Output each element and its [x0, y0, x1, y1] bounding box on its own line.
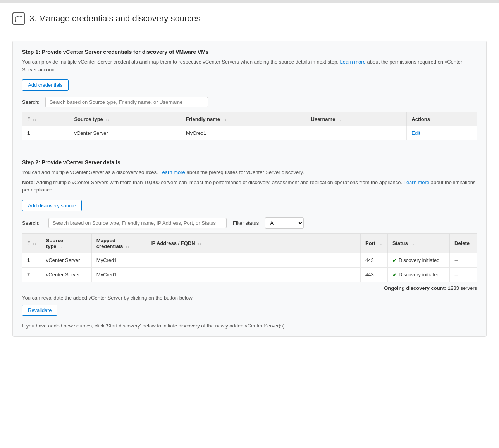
sort-icon: ↑↓: [33, 241, 36, 246]
revalidate-note: You can revalidate the added vCenter Ser…: [22, 295, 477, 301]
sort-icon: ↑↓: [338, 117, 342, 122]
check-icon: ✔: [392, 272, 397, 278]
step1-col-friendly: Friendly name ↑↓: [181, 112, 306, 126]
content-area: Step 1: Provide vCenter Server credentia…: [0, 31, 499, 346]
cell-ip-fqdn: [146, 267, 360, 282]
filter-status-select[interactable]: All: [265, 217, 304, 229]
cell-source-type: vCenter Server: [41, 267, 91, 282]
cell-ip-fqdn: [146, 253, 360, 267]
status-text: Discovery initiated: [399, 272, 440, 277]
step1-learn-more-link[interactable]: Learn more: [340, 59, 365, 65]
table-row: 1 vCenter Server MyCred1 Edit: [22, 126, 477, 140]
step2-col-source: Sourcetype ↑↓: [41, 233, 91, 253]
sort-icon: ↑↓: [378, 241, 382, 246]
cell-num: 1: [22, 253, 41, 267]
ongoing-discovery-label: Ongoing discovery count:: [384, 285, 446, 291]
step1-title: Step 1: Provide vCenter Server credentia…: [22, 49, 477, 55]
cell-port: 443: [361, 253, 388, 267]
step1-table-header-row: # ↑↓ Source type ↑↓ Friendly name ↑↓ Use…: [22, 112, 477, 126]
step2-col-status: Status ↑↓: [388, 233, 450, 253]
bottom-note: If you have added new sources, click 'St…: [22, 323, 477, 329]
step1-search-row: Search:: [22, 97, 477, 107]
step2-learn-more-link2[interactable]: Learn more: [404, 179, 429, 185]
shield-icon: [12, 12, 25, 25]
step1-col-actions: Actions: [407, 112, 477, 126]
add-discovery-source-button[interactable]: Add discovery source: [22, 200, 82, 211]
sort-icon: ↑↓: [410, 241, 414, 246]
revalidate-button[interactable]: Revalidate: [22, 305, 57, 316]
step1-table: # ↑↓ Source type ↑↓ Friendly name ↑↓ Use…: [22, 112, 477, 140]
step1-table-body: 1 vCenter Server MyCred1 Edit: [22, 126, 477, 140]
cell-delete: --: [450, 267, 477, 282]
cell-mapped-creds: MyCred1: [91, 267, 146, 282]
cell-mapped-creds: MyCred1: [91, 253, 146, 267]
step1-col-username: Username ↑↓: [306, 112, 407, 126]
status-text: Discovery initiated: [399, 257, 440, 263]
page-wrapper: 3. Manage credentials and discovery sour…: [0, 0, 499, 448]
cell-num: 2: [22, 267, 41, 282]
step2-title: Step 2: Provide vCenter Server details: [22, 159, 477, 165]
step2-filter-row: Search: Filter status All: [22, 217, 477, 229]
step2-col-delete: Delete: [450, 233, 477, 253]
cell-delete: --: [450, 253, 477, 267]
cell-status: ✔ Discovery initiated: [388, 267, 450, 282]
step1-search-label: Search:: [22, 99, 42, 105]
sort-icon: ↑↓: [59, 245, 63, 249]
sort-icon: ↑↓: [126, 245, 129, 249]
cell-status: ✔ Discovery initiated: [388, 253, 450, 267]
cell-source-type: vCenter Server: [69, 126, 181, 140]
cell-username: [306, 126, 407, 140]
filter-status-label: Filter status: [233, 220, 259, 226]
page-header: 3. Manage credentials and discovery sour…: [0, 3, 499, 31]
sort-icon: ↑↓: [223, 117, 227, 122]
sort-icon: ↑↓: [198, 241, 201, 246]
cell-port: 443: [361, 267, 388, 282]
step1-search-input[interactable]: [45, 97, 208, 107]
cell-actions: Edit: [407, 126, 477, 140]
cell-source-type: vCenter Server: [41, 253, 91, 267]
step2-col-ip: IP Address / FQDN ↑↓: [146, 233, 360, 253]
step2-col-port: Port ↑↓: [361, 233, 388, 253]
cell-friendly-name: MyCred1: [181, 126, 306, 140]
step2-col-mapped: Mappedcredentials ↑↓: [91, 233, 146, 253]
sort-icon: ↑↓: [105, 117, 109, 122]
add-credentials-button[interactable]: Add credentials: [22, 79, 69, 91]
page-title: 3. Manage credentials and discovery sour…: [29, 14, 200, 24]
table-row: 1 vCenter Server MyCred1 443 ✔ Discovery…: [22, 253, 477, 267]
table-row: 2 vCenter Server MyCred1 443 ✔ Discovery…: [22, 267, 477, 282]
step2-search-label: Search:: [22, 220, 42, 226]
step2-note: Note: Adding multiple vCenter Servers wi…: [22, 179, 477, 194]
cell-num: 1: [22, 126, 69, 140]
step2-table: # ↑↓ Sourcetype ↑↓ Mappedcredentials ↑↓ …: [22, 233, 477, 282]
step1-card: Step 1: Provide vCenter Server credentia…: [12, 41, 487, 337]
step2-desc1: You can add multiple vCenter Server as a…: [22, 169, 477, 176]
step2-learn-more-link1[interactable]: Learn more: [159, 169, 185, 175]
section-divider: [22, 150, 477, 150]
step2-table-body: 1 vCenter Server MyCred1 443 ✔ Discovery…: [22, 253, 477, 282]
sort-icon: ↑↓: [33, 117, 36, 122]
step2-search-input[interactable]: [48, 218, 227, 228]
edit-link[interactable]: Edit: [411, 130, 420, 136]
step2-table-header-row: # ↑↓ Sourcetype ↑↓ Mappedcredentials ↑↓ …: [22, 233, 477, 253]
discovery-count-row: Ongoing discovery count: 1283 servers: [22, 285, 477, 291]
top-bar: [0, 0, 499, 3]
check-icon: ✔: [392, 257, 397, 264]
step1-desc1: You can provide multiple vCenter Server …: [22, 58, 477, 73]
ongoing-discovery-value: 1283 servers: [448, 285, 477, 291]
step2-col-num: # ↑↓: [22, 233, 41, 253]
step1-col-source: Source type ↑↓: [69, 112, 181, 126]
step1-col-num: # ↑↓: [22, 112, 69, 126]
